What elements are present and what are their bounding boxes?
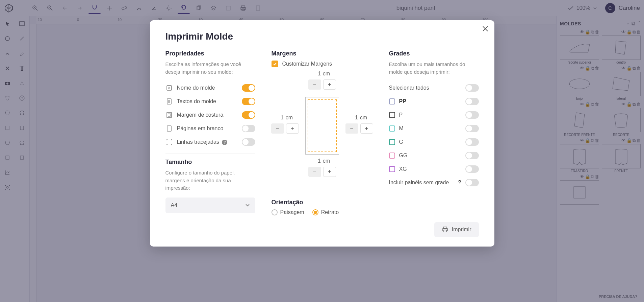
print-modal: Imprimir Molde Propriedades Escolha as i… <box>150 20 494 247</box>
svg-rect-50 <box>168 114 171 116</box>
margin-right-minus[interactable]: − <box>345 123 358 134</box>
help-icon[interactable]: ? <box>458 180 461 186</box>
grades-heading: Grades <box>389 50 479 57</box>
grade-row: XG <box>389 162 479 176</box>
margin-top-value: 1 <box>314 71 321 77</box>
property-icon <box>165 98 173 105</box>
grade-row: M <box>389 122 479 135</box>
grade-toggle[interactable] <box>465 165 479 173</box>
property-label: Textos do molde <box>177 98 238 104</box>
margin-left-value: 1 <box>277 115 284 121</box>
grade-row: P <box>389 108 479 122</box>
grade-label: P <box>399 112 461 118</box>
grade-toggle[interactable] <box>465 152 479 159</box>
property-row: Nome do molde <box>165 81 255 95</box>
grade-swatch <box>389 153 395 159</box>
modal-overlay: Imprimir Molde Propriedades Escolha as i… <box>0 0 644 302</box>
check-icon <box>273 62 277 66</box>
orientation-option[interactable]: Retrato <box>312 209 339 215</box>
grade-swatch <box>389 125 395 132</box>
select-all-label: Selecionar todos <box>389 85 461 91</box>
property-row: Linhas tracejadas ? <box>165 135 255 149</box>
margin-right-plus[interactable]: + <box>360 123 373 134</box>
grade-swatch <box>389 98 395 104</box>
margin-bottom-plus[interactable]: + <box>323 167 336 177</box>
radio-icon <box>272 209 278 215</box>
size-heading: Tamanho <box>165 159 255 166</box>
modal-title: Imprimir Molde <box>165 31 479 42</box>
property-label: Nome do molde <box>177 85 238 91</box>
property-icon <box>165 125 173 132</box>
margin-bottom-minus[interactable]: − <box>308 167 321 177</box>
margin-top-plus[interactable]: + <box>323 79 336 90</box>
properties-desc: Escolha as informações que você deseja i… <box>165 61 255 76</box>
grade-swatch <box>389 139 395 145</box>
grade-label: XG <box>399 166 461 172</box>
properties-heading: Propriedades <box>165 50 255 57</box>
help-icon[interactable]: ? <box>222 140 227 145</box>
print-button[interactable]: Imprimir <box>434 222 479 237</box>
grade-label: PP <box>399 98 461 104</box>
include-panels-label: Incluir painéis sem grade <box>389 180 454 186</box>
grade-label: G <box>399 139 461 145</box>
grade-label: M <box>399 125 461 132</box>
size-desc: Configure o tamanho do papel, margens e … <box>165 169 255 192</box>
margin-left-minus[interactable]: − <box>271 123 284 134</box>
margins-heading: Margens <box>272 50 373 57</box>
orientation-option[interactable]: Paisagem <box>272 209 304 215</box>
orientation-label: Retrato <box>321 209 339 215</box>
close-icon <box>482 26 488 32</box>
property-toggle[interactable] <box>242 98 255 105</box>
property-row: Textos do molde <box>165 95 255 108</box>
orientation-heading: Orientação <box>272 199 373 206</box>
property-icon <box>165 138 173 146</box>
property-toggle[interactable] <box>242 111 255 119</box>
margin-bottom-value: 1 <box>314 158 321 164</box>
grade-row: GG <box>389 149 479 162</box>
property-toggle[interactable] <box>242 84 255 92</box>
paper-size-value: A4 <box>171 202 178 208</box>
margin-top-minus[interactable]: − <box>308 79 321 90</box>
svg-rect-49 <box>167 113 172 117</box>
property-row: Páginas em branco <box>165 122 255 135</box>
property-toggle[interactable] <box>242 138 255 146</box>
close-button[interactable] <box>482 26 488 32</box>
svg-rect-51 <box>167 126 171 131</box>
property-label: Páginas em branco <box>177 125 238 132</box>
property-icon <box>165 84 173 92</box>
customize-margins-checkbox[interactable] <box>272 61 278 67</box>
grade-row: G <box>389 135 479 149</box>
radio-icon <box>312 209 318 215</box>
property-label: Margem de costura <box>177 112 238 118</box>
select-all-toggle[interactable] <box>465 84 479 92</box>
print-icon <box>442 226 448 233</box>
grade-toggle[interactable] <box>465 125 479 132</box>
chevron-down-icon <box>245 204 250 207</box>
paper-size-select[interactable]: A4 <box>165 198 255 213</box>
property-label: Linhas tracejadas ? <box>177 139 238 145</box>
margin-right-value: 1 <box>351 115 358 121</box>
print-button-label: Imprimir <box>452 227 471 233</box>
property-row: Margem de costura <box>165 108 255 122</box>
margin-left-plus[interactable]: + <box>286 123 299 134</box>
customize-margins-label: Customizar Margens <box>282 61 332 67</box>
grade-swatch <box>389 166 395 172</box>
orientation-label: Paisagem <box>280 209 304 215</box>
page-preview <box>305 97 339 155</box>
grade-toggle[interactable] <box>465 111 479 119</box>
property-toggle[interactable] <box>242 125 255 132</box>
grades-desc: Escolha um ou mais tamanhos do molde que… <box>389 61 479 76</box>
property-icon <box>165 111 173 119</box>
grade-swatch <box>389 112 395 118</box>
grade-toggle[interactable] <box>465 138 479 146</box>
grade-toggle[interactable] <box>465 98 479 105</box>
grade-label: GG <box>399 153 461 159</box>
grade-row: PP <box>389 95 479 108</box>
include-panels-toggle[interactable] <box>465 179 479 186</box>
